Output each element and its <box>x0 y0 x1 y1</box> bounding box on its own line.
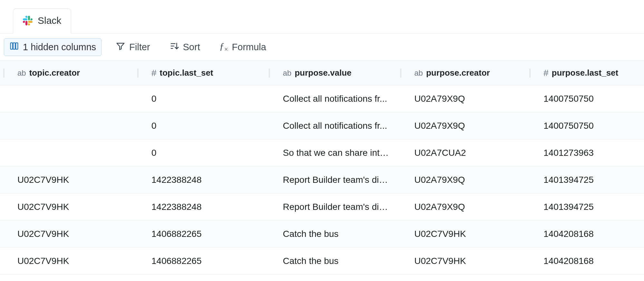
filter-icon <box>116 41 125 53</box>
text-type-icon: ab <box>414 69 423 78</box>
column-header-topic-creator[interactable]: ab topic.creator <box>0 61 134 85</box>
cell-topic-last-set[interactable]: 1422388248 <box>134 202 265 212</box>
cell-purpose-creator[interactable]: U02A79X9Q <box>397 94 526 104</box>
data-table: ab topic.creator # topic.last_set ab pur… <box>0 61 644 275</box>
tab-slack[interactable]: Slack <box>13 8 71 33</box>
cell-topic-last-set[interactable]: 0 <box>134 94 265 104</box>
cell-purpose-value[interactable]: Catch the bus <box>265 256 397 266</box>
formula-button[interactable]: ƒ× Formula <box>214 38 271 56</box>
cell-purpose-value[interactable]: So that we can share inte... <box>265 148 397 158</box>
cell-purpose-creator[interactable]: U02C7V9HK <box>397 256 526 266</box>
column-header-purpose-creator[interactable]: ab purpose.creator <box>397 61 526 85</box>
cell-purpose-last-set[interactable]: 1404208168 <box>526 229 644 239</box>
cell-purpose-last-set[interactable]: 1404208168 <box>526 256 644 266</box>
formula-icon: ƒ× <box>219 41 228 53</box>
cell-purpose-value[interactable]: Catch the bus <box>265 229 397 239</box>
cell-purpose-last-set[interactable]: 1401394725 <box>526 175 644 185</box>
cell-purpose-last-set[interactable]: 1400750750 <box>526 121 644 131</box>
sort-label: Sort <box>183 42 200 52</box>
cell-purpose-creator[interactable]: U02A7CUA2 <box>397 148 526 158</box>
column-label: topic.creator <box>29 68 80 78</box>
cell-purpose-value[interactable]: Report Builder team's dis... <box>265 202 397 212</box>
column-label: purpose.last_set <box>552 68 619 78</box>
cell-purpose-creator[interactable]: U02A79X9Q <box>397 175 526 185</box>
table-body: 0Collect all notifications fr...U02A79X9… <box>0 85 644 275</box>
svg-rect-2 <box>16 43 18 49</box>
table-row[interactable]: U02C7V9HK1406882265Catch the busU02C7V9H… <box>0 220 644 248</box>
text-type-icon: ab <box>17 69 26 78</box>
columns-icon <box>9 41 19 53</box>
cell-topic-creator[interactable]: U02C7V9HK <box>0 202 134 212</box>
cell-purpose-value[interactable]: Collect all notifications fr... <box>265 121 397 131</box>
hidden-columns-button[interactable]: 1 hidden columns <box>4 38 101 56</box>
sort-button[interactable]: Sort <box>164 39 205 56</box>
cell-topic-creator[interactable]: U02C7V9HK <box>0 229 134 239</box>
cell-topic-last-set[interactable]: 1406882265 <box>134 229 265 239</box>
number-type-icon: # <box>543 68 549 78</box>
table-row[interactable]: 0So that we can share inte...U02A7CUA214… <box>0 139 644 166</box>
column-grip-icon[interactable] <box>269 69 270 78</box>
slack-icon <box>23 16 33 25</box>
tab-bar: Slack <box>0 0 644 33</box>
hidden-columns-label: 1 hidden columns <box>23 42 96 52</box>
filter-button[interactable]: Filter <box>111 39 155 56</box>
number-type-icon: # <box>151 68 157 78</box>
cell-purpose-creator[interactable]: U02A79X9Q <box>397 121 526 131</box>
column-label: topic.last_set <box>160 68 213 78</box>
sort-icon <box>169 41 179 53</box>
svg-rect-1 <box>13 43 15 49</box>
cell-purpose-last-set[interactable]: 1401273963 <box>526 148 644 158</box>
cell-purpose-value[interactable]: Collect all notifications fr... <box>265 94 397 104</box>
cell-purpose-creator[interactable]: U02A79X9Q <box>397 202 526 212</box>
text-type-icon: ab <box>283 69 292 78</box>
cell-purpose-last-set[interactable]: 1401394725 <box>526 202 644 212</box>
cell-topic-last-set[interactable]: 0 <box>134 148 265 158</box>
column-header-purpose-value[interactable]: ab purpose.value <box>265 61 397 85</box>
column-label: purpose.value <box>295 68 351 78</box>
column-grip-icon[interactable] <box>3 69 5 78</box>
svg-rect-0 <box>11 43 13 49</box>
column-grip-icon[interactable] <box>529 69 531 78</box>
column-header-topic-last-set[interactable]: # topic.last_set <box>134 61 265 85</box>
formula-label: Formula <box>232 42 266 52</box>
table-row[interactable]: 0Collect all notifications fr...U02A79X9… <box>0 85 644 112</box>
filter-label: Filter <box>129 42 150 52</box>
column-header-purpose-last-set[interactable]: # purpose.last_set <box>526 61 644 85</box>
toolbar: 1 hidden columns Filter Sort ƒ× Formula <box>0 33 644 61</box>
cell-purpose-value[interactable]: Report Builder team's dis... <box>265 175 397 185</box>
column-grip-icon[interactable] <box>137 69 139 78</box>
column-label: purpose.creator <box>426 68 490 78</box>
cell-topic-last-set[interactable]: 0 <box>134 121 265 131</box>
cell-topic-creator[interactable]: U02C7V9HK <box>0 175 134 185</box>
table-row[interactable]: U02C7V9HK1422388248Report Builder team's… <box>0 193 644 220</box>
cell-topic-last-set[interactable]: 1406882265 <box>134 256 265 266</box>
table-row[interactable]: 0Collect all notifications fr...U02A79X9… <box>0 112 644 139</box>
column-grip-icon[interactable] <box>400 69 401 78</box>
table-row[interactable]: U02C7V9HK1406882265Catch the busU02C7V9H… <box>0 248 644 275</box>
cell-topic-last-set[interactable]: 1422388248 <box>134 175 265 185</box>
cell-purpose-last-set[interactable]: 1400750750 <box>526 94 644 104</box>
cell-purpose-creator[interactable]: U02C7V9HK <box>397 229 526 239</box>
table-row[interactable]: U02C7V9HK1422388248Report Builder team's… <box>0 166 644 193</box>
cell-topic-creator[interactable]: U02C7V9HK <box>0 256 134 266</box>
table-header: ab topic.creator # topic.last_set ab pur… <box>0 61 644 85</box>
tab-label: Slack <box>38 15 61 26</box>
